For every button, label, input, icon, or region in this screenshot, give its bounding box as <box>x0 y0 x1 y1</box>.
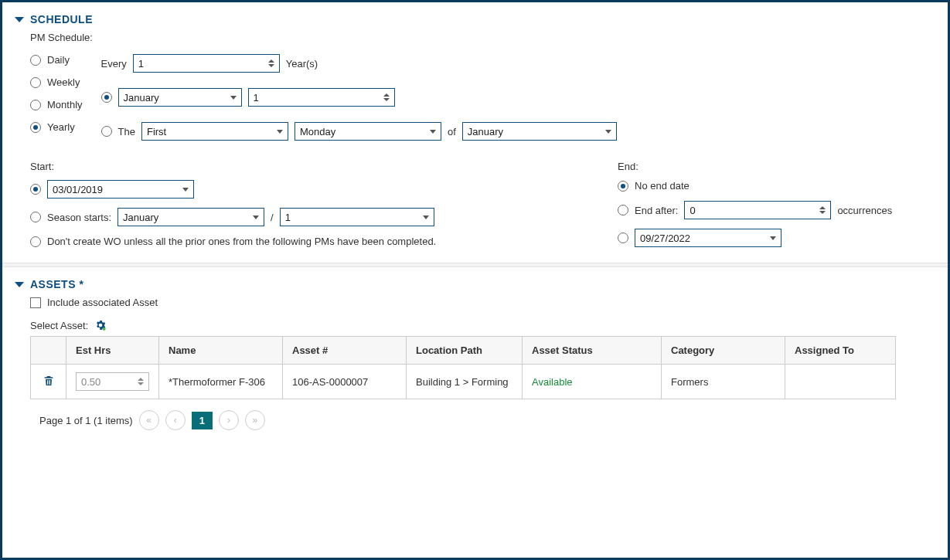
weekday-value: Monday <box>300 126 335 137</box>
end-label: End: <box>618 161 892 172</box>
svg-point-0 <box>103 328 106 331</box>
chevron-down-icon <box>253 216 259 219</box>
start-label: Start: <box>30 161 525 172</box>
select-asset-label: Select Asset: <box>30 320 88 331</box>
pager-prev-button[interactable]: ‹ <box>165 410 186 430</box>
assets-section-header[interactable]: ASSETS * <box>15 278 935 290</box>
end-date-radio[interactable] <box>618 232 628 243</box>
end-after-radio[interactable] <box>618 205 628 216</box>
col-status[interactable]: Asset Status <box>523 337 662 365</box>
season-day-select[interactable]: 1 <box>280 208 434 226</box>
spinner-icon <box>819 206 826 214</box>
freq-yearly-label: Yearly <box>47 121 75 133</box>
pager-label: Page 1 of 1 (1 items) <box>39 415 133 426</box>
section-divider <box>2 263 948 267</box>
of-month-select[interactable]: January <box>462 122 617 141</box>
freq-daily-label: Daily <box>47 54 70 66</box>
chevron-down-icon <box>277 130 283 134</box>
table-row: 0.50 *Thermoformer F-306 106-AS-0000007 … <box>31 365 896 399</box>
start-date-radio[interactable] <box>30 184 41 195</box>
month-value: January <box>124 92 159 104</box>
pager-last-button[interactable]: » <box>245 410 265 430</box>
pager-current-page: 1 <box>192 412 213 429</box>
schedule-section-header[interactable]: SCHEDULE <box>15 13 935 25</box>
start-date-value: 03/01/2019 <box>53 184 103 195</box>
col-name[interactable]: Name <box>159 337 283 365</box>
weekday-select[interactable]: Monday <box>295 122 441 141</box>
assets-table: Est Hrs Name Asset # Location Path Asset… <box>30 336 896 399</box>
est-hrs-value: 0.50 <box>81 376 100 388</box>
of-label: of <box>448 126 456 137</box>
col-asset-num[interactable]: Asset # <box>283 337 407 365</box>
chevron-down-icon <box>770 236 776 240</box>
season-month-value: January <box>123 212 158 223</box>
season-starts-radio[interactable] <box>30 212 41 222</box>
spinner-icon <box>383 93 390 101</box>
day-of-month-value: 1 <box>254 92 259 104</box>
gear-icon[interactable] <box>94 319 107 331</box>
spinner-icon <box>138 378 144 385</box>
cell-status: Available <box>523 365 662 399</box>
col-location[interactable]: Location Path <box>407 337 523 365</box>
cell-asset-num: 106-AS-0000007 <box>283 365 407 399</box>
season-month-select[interactable]: January <box>117 208 264 226</box>
every-years-input[interactable]: 1 <box>133 54 280 73</box>
day-of-month-input[interactable]: 1 <box>248 88 395 107</box>
month-select[interactable]: January <box>118 88 242 107</box>
freq-daily-radio[interactable] <box>30 55 41 66</box>
freq-yearly-radio[interactable] <box>30 122 41 133</box>
on-month-day-radio[interactable] <box>101 92 112 103</box>
ordinal-select[interactable]: First <box>141 122 288 141</box>
no-end-radio[interactable] <box>618 181 628 192</box>
chevron-down-icon <box>230 96 237 100</box>
spinner-icon <box>268 59 274 67</box>
est-hrs-input[interactable]: 0.50 <box>76 372 149 391</box>
caret-down-icon <box>15 17 24 22</box>
dont-create-label: Don't create WO unless all the prior one… <box>47 236 436 247</box>
cell-category: Formers <box>662 365 785 399</box>
freq-monthly-label: Monthly <box>47 99 83 110</box>
include-asset-checkbox[interactable] <box>30 297 41 308</box>
freq-monthly-radio[interactable] <box>30 100 41 110</box>
occurrences-label: occurrences <box>837 205 892 216</box>
cell-location: Building 1 > Forming <box>407 365 523 399</box>
schedule-title: SCHEDULE <box>30 13 93 25</box>
caret-down-icon <box>15 282 24 287</box>
slash-label: / <box>271 212 274 223</box>
col-est-hrs[interactable]: Est Hrs <box>66 337 159 365</box>
end-after-value: 0 <box>690 205 695 216</box>
end-after-input[interactable]: 0 <box>684 201 831 219</box>
table-header-row: Est Hrs Name Asset # Location Path Asset… <box>31 337 896 365</box>
pm-schedule-label: PM Schedule: <box>30 32 935 43</box>
years-label: Year(s) <box>286 58 318 70</box>
end-date-value: 09/27/2022 <box>640 232 690 244</box>
col-category[interactable]: Category <box>662 337 785 365</box>
end-after-label: End after: <box>635 205 678 216</box>
every-label: Every <box>101 58 127 70</box>
chevron-down-icon <box>605 130 611 134</box>
chevron-down-icon <box>182 188 189 192</box>
on-ordinal-radio[interactable] <box>101 126 112 137</box>
ordinal-value: First <box>147 126 166 137</box>
freq-weekly-radio[interactable] <box>30 77 41 88</box>
no-end-label: No end date <box>635 180 690 192</box>
cell-assigned-to <box>785 365 896 399</box>
pager-first-button[interactable]: « <box>139 410 159 430</box>
assets-title: ASSETS * <box>30 278 83 290</box>
season-day-value: 1 <box>285 212 291 223</box>
dont-create-radio[interactable] <box>30 236 41 247</box>
end-date-input[interactable]: 09/27/2022 <box>635 229 781 247</box>
col-assigned-to[interactable]: Assigned To <box>785 337 896 365</box>
freq-weekly-label: Weekly <box>47 76 80 88</box>
chevron-down-icon <box>423 216 429 219</box>
every-years-value: 1 <box>138 58 144 70</box>
the-label: The <box>118 126 135 137</box>
trash-icon[interactable] <box>43 378 55 389</box>
pager-next-button[interactable]: › <box>219 410 239 430</box>
season-starts-label: Season starts: <box>47 212 111 223</box>
of-month-value: January <box>468 126 503 137</box>
include-asset-label: Include associated Asset <box>47 297 158 308</box>
start-date-input[interactable]: 03/01/2019 <box>47 180 194 199</box>
cell-name: *Thermoformer F-306 <box>159 365 283 399</box>
chevron-down-icon <box>430 130 436 134</box>
